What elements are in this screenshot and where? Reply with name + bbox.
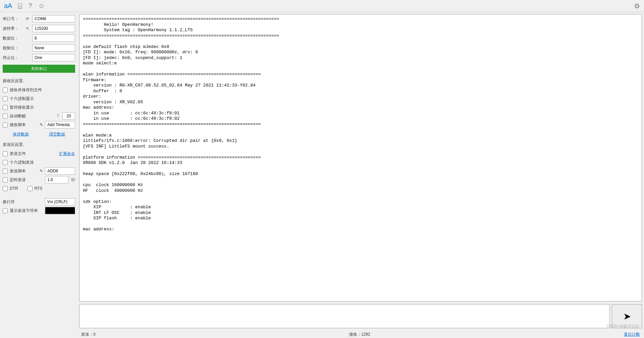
gear-icon[interactable]: ⚙ [634, 2, 640, 10]
clear-data-link[interactable]: 清空数据 [49, 131, 65, 137]
databits-row: 数据位： 8 [3, 34, 75, 42]
color-select[interactable] [45, 207, 75, 214]
stopbits-row: 停止位： One [3, 54, 75, 62]
send-script-label: 发送脚本 [10, 168, 26, 174]
send-section-title: 发送区设置. [3, 142, 75, 148]
right-panel: ========================================… [78, 12, 644, 338]
parity-select[interactable]: None [32, 44, 75, 52]
port-label: 串口号： [3, 16, 23, 22]
recv-section-title: 接收区设置. [3, 78, 75, 84]
recv-hex-checkbox[interactable] [3, 96, 8, 101]
port-select[interactable]: COM6 [32, 15, 75, 22]
databits-select[interactable]: 8 [32, 35, 75, 42]
recv-save-file-label: 接收并保存到文件 [10, 87, 42, 93]
timed-send-label: 定时发送 [10, 177, 26, 183]
stopbits-select[interactable]: One [32, 54, 75, 61]
recv-hex-label: 十六进制显示 [10, 96, 34, 102]
newline-select[interactable]: \r\n (CRLF) [45, 198, 75, 206]
auto-break-help-icon[interactable]: ? [57, 114, 59, 118]
recv-save-file-checkbox[interactable] [3, 88, 8, 93]
image-icon[interactable]: ⍓ [18, 2, 22, 10]
save-data-link[interactable]: 保存数据 [13, 131, 29, 137]
auto-break-checkbox[interactable] [3, 114, 8, 119]
show-send-str-label: 显示发送字符串 [10, 208, 38, 214]
parity-row: 校验位： None [3, 44, 75, 52]
top-toolbar: aA ⍓ ? ☺ ⚙ [0, 0, 644, 12]
refresh-icon[interactable]: ⟳ [25, 16, 30, 21]
extend-cmd-link[interactable]: 扩展命令 [59, 151, 75, 157]
show-send-str-checkbox[interactable] [3, 208, 8, 213]
hex-send-label: 十六进制发送 [10, 160, 34, 165]
font-icon[interactable]: aA [4, 2, 12, 10]
auto-break-input[interactable] [62, 112, 75, 120]
port-row: 串口号： ⟳ COM6 [3, 15, 75, 23]
send-script-checkbox[interactable] [3, 169, 8, 174]
emoji-icon[interactable]: ☺ [38, 2, 45, 10]
baud-edit-icon[interactable]: ✎ [25, 26, 30, 31]
recv-script-label: 接收脚本 [10, 122, 26, 128]
main: 串口号： ⟳ COM6 波特率： ✎ 115200 数据位： 8 校验位： No… [0, 12, 644, 338]
status-bar: 发送：0 接收：1292 复位计数 [79, 331, 642, 338]
recv-script-edit-icon[interactable]: ✎ [40, 122, 43, 127]
send-script-edit-icon[interactable]: ✎ [40, 169, 43, 173]
recv-pause-label: 暂停接收显示 [10, 105, 34, 110]
terminal-output[interactable]: ========================================… [79, 14, 642, 301]
auto-break-label: 自动断帧 [10, 113, 26, 119]
rts-label: RTS [35, 186, 43, 191]
dtr-label: DTR [10, 186, 18, 191]
send-count-label: 发送：0 [81, 332, 96, 337]
hex-send-checkbox[interactable] [3, 160, 8, 165]
watermark: CSDN @极术社区 [606, 324, 639, 329]
sidebar: 串口号： ⟳ COM6 波特率： ✎ 115200 数据位： 8 校验位： No… [0, 12, 78, 338]
close-port-button[interactable]: 关闭串口 [3, 65, 75, 73]
timed-unit: 秒 [71, 177, 75, 183]
rts-checkbox[interactable] [28, 186, 33, 191]
timed-send-checkbox[interactable] [3, 177, 8, 182]
stopbits-label: 停止位： [3, 55, 23, 61]
send-input[interactable] [79, 304, 610, 328]
reset-count-link[interactable]: 复位计数 [624, 332, 640, 337]
baud-row: 波特率： ✎ 115200 [3, 24, 75, 33]
send-file-checkbox[interactable] [3, 151, 8, 156]
help-icon[interactable]: ? [28, 2, 32, 10]
baud-select[interactable]: 115200 [32, 25, 75, 32]
newline-label: 换行符 [3, 199, 23, 205]
send-area: ➤ [79, 304, 642, 328]
databits-label: 数据位： [3, 36, 23, 41]
recv-pause-checkbox[interactable] [3, 105, 8, 110]
parity-label: 校验位： [3, 45, 23, 51]
recv-count-label: 接收：1292 [349, 332, 370, 337]
timed-send-input[interactable] [45, 176, 68, 183]
recv-script-select[interactable]: Add Timesta [45, 121, 75, 128]
baud-label: 波特率： [3, 26, 23, 32]
dtr-checkbox[interactable] [3, 186, 8, 191]
send-file-label: 发送文件 [10, 151, 26, 157]
recv-script-checkbox[interactable] [3, 122, 8, 127]
send-script-select[interactable]: ADD8 [45, 167, 75, 175]
